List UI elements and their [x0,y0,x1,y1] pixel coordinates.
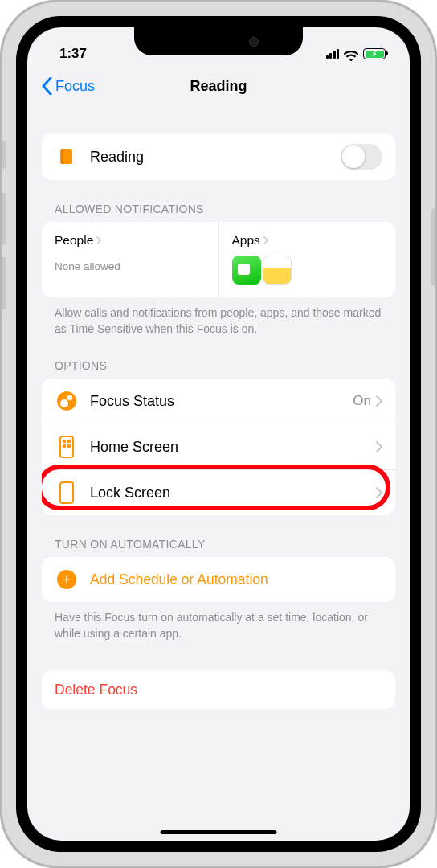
chevron-left-icon [42,77,52,95]
add-automation-label: Add Schedule or Automation [90,571,268,588]
focus-status-value: On [353,393,371,409]
app-icons-row [232,256,383,285]
status-right: ⚡︎ [326,48,386,59]
apps-cell[interactable]: Apps [218,222,396,297]
delete-focus-label: Delete Focus [55,682,137,698]
home-screen-row[interactable]: Home Screen [42,424,395,469]
back-button[interactable]: Focus [42,77,95,95]
people-cell[interactable]: People None allowed [42,222,218,297]
status-time: 1:37 [59,46,87,62]
facetime-app-icon [232,256,261,285]
content-area: Reading ALLOWED NOTIFICATIONS People Non… [27,106,410,827]
focus-status-row[interactable]: Focus Status On [42,379,395,424]
delete-card: Delete Focus [42,670,395,709]
svg-rect-6 [63,440,66,443]
page-title: Reading [190,78,247,95]
notch [134,27,303,55]
people-sub: None allowed [55,260,206,272]
auto-footer: Have this Focus turn on automatically at… [42,602,395,641]
chevron-right-icon [376,441,382,452]
focus-toggle-card: Reading [42,133,395,180]
allowed-footer: Allow calls and notifications from peopl… [42,297,395,337]
svg-rect-5 [60,436,73,457]
home-screen-icon [55,435,79,459]
focus-toggle-row: Reading [42,133,395,180]
volume-up-button [2,193,6,245]
options-header: OPTIONS [42,337,395,379]
focus-status-label: Focus Status [90,393,353,410]
home-indicator[interactable] [161,830,277,834]
phone-frame: 1:37 ⚡︎ Focus Reading [0,0,437,868]
svg-rect-10 [60,482,73,503]
back-label: Focus [55,78,95,95]
options-card: Focus Status On Home Screen [42,379,395,515]
delete-focus-row[interactable]: Delete Focus [42,670,395,709]
focus-toggle[interactable] [341,144,382,170]
svg-rect-8 [63,444,66,448]
auto-card: + Add Schedule or Automation [42,557,395,602]
volume-down-button [2,257,6,309]
home-screen-label: Home Screen [90,439,376,456]
people-title: People [55,233,93,248]
chevron-right-icon [376,487,382,498]
plus-circle-icon: + [55,567,79,592]
reading-icon [55,145,79,169]
chevron-right-icon [263,236,268,244]
allowed-header: ALLOWED NOTIFICATIONS [42,180,395,222]
allowed-card: People None allowed Apps [42,222,395,297]
svg-point-4 [67,395,72,400]
nav-bar: Focus Reading [27,68,410,106]
svg-rect-1 [62,149,63,164]
chevron-right-icon [376,395,382,407]
add-automation-row[interactable]: + Add Schedule or Automation [42,557,395,602]
svg-rect-7 [67,440,71,443]
svg-point-3 [60,399,68,407]
battery-icon: ⚡︎ [363,48,386,59]
lock-screen-label: Lock Screen [90,485,376,502]
screen: 1:37 ⚡︎ Focus Reading [27,27,410,841]
svg-rect-9 [67,444,71,448]
auto-header: TURN ON AUTOMATICALLY [42,515,395,557]
lock-screen-row[interactable]: Lock Screen [42,469,395,515]
focus-status-icon [55,389,79,413]
phone-body: 1:37 ⚡︎ Focus Reading [16,16,421,852]
side-button [431,209,435,285]
wifi-icon [344,49,358,59]
charging-bolt-icon: ⚡︎ [372,51,377,58]
focus-label: Reading [90,149,341,166]
mute-switch [2,141,6,169]
apps-title: Apps [232,233,260,248]
lock-screen-icon [55,481,79,505]
chevron-right-icon [96,236,101,244]
cell-signal-icon [326,49,340,59]
notes-app-icon [263,256,292,285]
